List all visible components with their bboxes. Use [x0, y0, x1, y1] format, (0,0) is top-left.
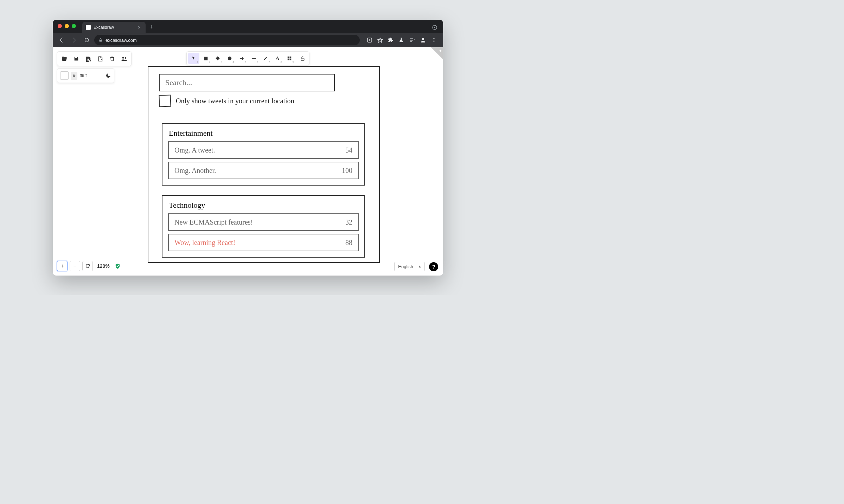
lock-tool[interactable]: [297, 53, 308, 64]
new-tab-button[interactable]: +: [146, 24, 158, 33]
browser-window: Excalidraw × + excalidraw.com: [53, 20, 443, 276]
shortcut-number: 7: [269, 60, 270, 64]
mock-tweet-text: New ECMAScript features!: [174, 218, 253, 226]
diamond-tool[interactable]: 3: [212, 53, 223, 64]
svg-rect-19: [290, 59, 292, 60]
shortcut-number: 2: [209, 60, 210, 64]
omnibox-url: excalidraw.com: [106, 38, 137, 43]
save-as-button[interactable]: [83, 53, 94, 64]
mock-tweet-row: Omg. A tweet. 54: [168, 141, 359, 159]
addressbar-actions: [362, 37, 440, 43]
mock-tweet-count: 54: [345, 146, 352, 154]
mock-tweet-row: New ECMAScript features! 32: [168, 213, 359, 231]
canvas-frame: Search... Only show tweets in your curre…: [148, 66, 380, 263]
tab-title: Excalidraw: [94, 25, 114, 30]
clear-canvas-button[interactable]: [107, 53, 118, 64]
svg-marker-5: [414, 38, 415, 40]
text-tool[interactable]: A 8: [272, 53, 283, 64]
zoom-reset-button[interactable]: [82, 261, 93, 271]
rectangle-tool[interactable]: 2: [200, 53, 211, 64]
mock-group-technology: Technology New ECMAScript features! 32 W…: [162, 195, 365, 258]
library-tool[interactable]: 9: [284, 53, 295, 64]
svg-point-7: [434, 38, 435, 39]
svg-point-6: [422, 38, 424, 40]
help-button[interactable]: ?: [429, 262, 438, 271]
mock-search-box: Search...: [159, 74, 335, 91]
nav-reload-button[interactable]: [82, 35, 92, 45]
svg-point-15: [228, 57, 232, 60]
mock-location-filter: Only show tweets in your current locatio…: [159, 95, 294, 107]
file-actions-panel: [57, 51, 132, 66]
encryption-shield-icon[interactable]: [115, 263, 121, 269]
svg-point-9: [434, 41, 435, 42]
mock-checkbox: [159, 95, 171, 107]
mock-tweet-count: 100: [342, 167, 352, 175]
mock-tweet-row: Omg. Another. 100: [168, 162, 359, 179]
arrow-tool[interactable]: 5: [236, 53, 247, 64]
extensions-icon[interactable]: [388, 37, 394, 43]
svg-rect-13: [204, 57, 207, 60]
nav-back-button[interactable]: [56, 35, 67, 45]
mock-tweet-row: Wow, learning React! 88: [168, 234, 359, 251]
browser-tab[interactable]: Excalidraw ×: [82, 22, 146, 33]
mock-tweet-text: Wow, learning React!: [174, 239, 235, 247]
line-tool[interactable]: 6: [248, 53, 259, 64]
svg-rect-20: [301, 58, 304, 60]
zoom-in-button[interactable]: +: [57, 261, 68, 271]
labs-flask-icon[interactable]: [398, 37, 404, 43]
mock-tweet-text: Omg. A tweet.: [174, 146, 215, 154]
mock-tweet-count: 88: [345, 239, 352, 247]
titlebar: Excalidraw × +: [53, 20, 443, 33]
mock-group-title: Technology: [169, 201, 360, 210]
shortcut-number: 1: [197, 60, 198, 64]
titlebar-menu-icon[interactable]: [426, 25, 443, 33]
window-controls: [53, 20, 81, 32]
zoom-out-button[interactable]: −: [70, 261, 80, 271]
window-close-button[interactable]: [58, 24, 62, 28]
canvas-background-panel: #: [57, 68, 114, 83]
tabstrip: Excalidraw × +: [81, 22, 426, 33]
reading-list-icon[interactable]: [409, 37, 415, 43]
background-swatch[interactable]: [60, 71, 69, 80]
shortcut-number: 8: [281, 60, 282, 64]
export-button[interactable]: [95, 53, 106, 64]
draw-tool[interactable]: 7: [260, 53, 271, 64]
language-select[interactable]: English: [394, 262, 425, 271]
collaborate-button[interactable]: [119, 53, 130, 64]
svg-marker-14: [216, 56, 220, 60]
bookmark-star-icon[interactable]: [377, 37, 383, 43]
nav-forward-button[interactable]: [69, 35, 79, 45]
open-file-button[interactable]: [59, 53, 70, 64]
tab-favicon: [86, 25, 91, 30]
mock-group-title: Entertainment: [169, 129, 360, 138]
language-label: English: [398, 264, 413, 269]
selection-tool[interactable]: 1: [188, 53, 199, 64]
zoom-level-label: 120%: [95, 263, 112, 269]
svg-rect-17: [290, 57, 292, 58]
mock-tweet-count: 32: [345, 218, 352, 226]
save-button[interactable]: [71, 53, 82, 64]
addressbar: excalidraw.com: [53, 33, 443, 47]
excalidraw-viewport[interactable]: # 1 2 3 4 5: [53, 47, 443, 276]
window-maximize-button[interactable]: [72, 24, 76, 28]
dark-mode-toggle[interactable]: [106, 73, 111, 78]
footer-actions: English ?: [394, 262, 438, 271]
ellipse-tool[interactable]: 4: [224, 53, 235, 64]
install-app-icon[interactable]: [367, 37, 372, 43]
svg-rect-2: [100, 40, 102, 42]
shortcut-number: 6: [257, 60, 258, 64]
window-minimize-button[interactable]: [65, 24, 69, 28]
background-hex-input[interactable]: [79, 73, 101, 78]
svg-rect-18: [288, 59, 289, 60]
tab-close-button[interactable]: ×: [136, 25, 142, 30]
svg-point-12: [125, 57, 127, 59]
svg-marker-4: [378, 38, 382, 43]
profile-avatar-icon[interactable]: [420, 37, 426, 43]
svg-point-11: [122, 57, 124, 58]
omnibox[interactable]: excalidraw.com: [94, 35, 360, 45]
shortcut-number: 5: [245, 60, 246, 64]
mock-search-placeholder: Search...: [165, 78, 192, 87]
browser-menu-icon[interactable]: [431, 37, 437, 43]
hex-prefix-label: #: [71, 72, 77, 80]
github-corner-icon[interactable]: [431, 47, 443, 59]
